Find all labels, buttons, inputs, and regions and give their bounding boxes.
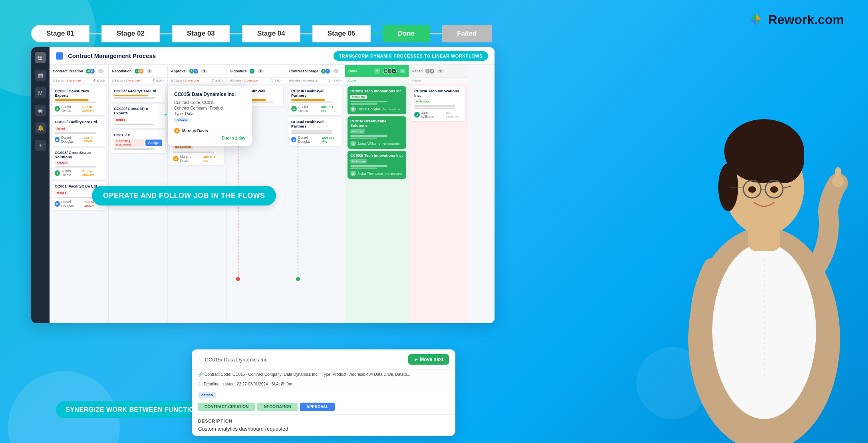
connector-5 (371, 33, 383, 34)
stage-01[interactable]: Stage 01 (31, 25, 89, 42)
card-title-cc022: CC022/ FacilityCare Ltd. (55, 120, 103, 124)
card-cc020[interactable]: CC020/ ConsultPro Experts refuse (111, 104, 165, 128)
card-person-cc029: J Jamal Williams No deadline (414, 111, 463, 119)
col-failed: Failed J M ▾ Failed CC029/ Tech Innovati… (409, 65, 468, 323)
card-bar-24 (350, 165, 387, 167)
card-cc021[interactable]: CC021/ Tech Innovations Inc. tech-corp D… (348, 86, 406, 114)
card-bar-23 (350, 138, 377, 139)
card-cc030[interactable]: CC030/ ConsultPro Experts A Austin Ovidi… (52, 86, 106, 115)
col-header-approval: Approval A D ▾ (168, 65, 226, 78)
col-title-storage: Contract Storage (289, 69, 318, 73)
tag-techcorp-cc029: tech-corp (414, 99, 431, 104)
card-bar-18 (291, 130, 332, 132)
person-name-cc029: Jamal Williams (421, 111, 443, 119)
detail-tag: dataco (198, 392, 216, 398)
sidebar-icon-bell[interactable]: 🔔 (35, 122, 46, 134)
assign-button[interactable]: Assign (145, 140, 162, 146)
card-cc008[interactable]: CC008/ GreenScape Solutions ecocorp A Au… (52, 148, 106, 180)
sidebar-icon-grid[interactable]: ▦ (35, 70, 46, 81)
stage-03[interactable]: Stage 03 (172, 25, 230, 42)
board-title: Contract Management Process (68, 52, 156, 59)
tag-refuse-cc020: refuse (114, 118, 127, 122)
col-count-done: 1 (399, 69, 405, 73)
stage-04[interactable]: Stage 04 (242, 25, 300, 42)
tab-approval[interactable]: APPROVAL (300, 403, 335, 411)
tooltip-company: Contract Company: Product (174, 106, 245, 110)
card-cc036[interactable]: CC036/ HealthWell Partners D Daniel Doug… (288, 117, 342, 146)
tooltip-card: → CC015/ Data Dynamics Inc. Contract Cod… (168, 86, 252, 146)
svg-marker-2 (751, 20, 756, 26)
avatar-failed-2: M (429, 68, 435, 74)
col-body-failed: CC029/ Tech Innovations Inc. tech-corp J… (409, 84, 468, 323)
card-bar-20 (350, 101, 387, 102)
col-count-storage: 1 (333, 69, 339, 73)
card-title-cc008: CC008/ GreenScape Solutions (55, 150, 103, 159)
card-title-cc015-neg: CC015/ D... (114, 133, 162, 137)
sidebar-icon-m[interactable]: M (35, 87, 46, 98)
detail-meta: 🔗 Contract Code: CC015 · Contract Compan… (192, 370, 455, 379)
card-cc018[interactable]: CC018/ HealthWell Partners A Austin Ovid… (288, 86, 342, 115)
card-cc002[interactable]: CC002/ Tech Innovations Inc. tech-corp A… (348, 151, 406, 179)
sidebar-icon-plus[interactable]: + (35, 140, 46, 151)
stage-02[interactable]: Stage 02 (101, 25, 160, 42)
sidebar-icon-home[interactable]: ⊞ (35, 52, 46, 63)
tab-negotiation[interactable]: NEGOTIATION (257, 403, 298, 411)
svg-marker-0 (751, 14, 756, 20)
svg-rect-19 (835, 167, 841, 187)
detail-back-button[interactable]: ← CC015/ Data Dynamics Inc. (198, 357, 269, 363)
assign-area: ⚠ Pending assignment Assign (114, 139, 162, 147)
col-meta-signature: 6/6 jobs · 1 overdue ⏱ 8:00h (227, 78, 286, 84)
col-meta-approval: 6/6 jobs · 1 overdue ⏱ 8:00h (168, 78, 226, 84)
stage-done[interactable]: Done (383, 25, 430, 42)
col-meta-storage: 6/6 jobs · 0 overdue ⏱ 48:00h (286, 78, 345, 84)
avatar-neg-2: M (138, 68, 144, 74)
col-header-creation: Contract Creation A D 1 (50, 65, 108, 78)
card-bar-3 (55, 132, 96, 134)
avatar-done-3: A (391, 68, 397, 74)
tag-ecocorp-cc008: ecocorp (55, 161, 70, 165)
card-cc022[interactable]: CC022/ FacilityCare Ltd. failed D Daniel… (52, 117, 106, 146)
due-cc018: Due in 1 day (321, 105, 340, 112)
card-bar-13 (173, 152, 214, 153)
operate-banner: OPERATE AND FOLLOW JOB IN THE FLOWS (92, 186, 276, 206)
card-title-cc016: CC016/ GreenScape Solutions (350, 119, 403, 128)
svg-marker-3 (756, 20, 761, 26)
avatar-stor-2: D (325, 68, 330, 74)
tag-techcorp-cc021: tech-corp (350, 95, 367, 99)
col-avatars-storage: A D (321, 68, 330, 74)
synergize-banner-text: SYNERGIZE WORK BETWEEN FUNCTIONS (66, 406, 204, 413)
person-name-cc022: Daniel Douglas (61, 136, 81, 144)
svg-point-10 (718, 163, 738, 211)
card-person-cc002: A Aisha Thompson No deadline (350, 171, 403, 176)
sidebar-icon-circle[interactable]: ◉ (35, 105, 46, 116)
move-next-button[interactable]: ► Move next (408, 354, 449, 365)
col-header-storage: Contract Storage A D 1 (286, 65, 345, 78)
card-cc034[interactable]: CC034/ FacilityCare Ltd. (111, 86, 165, 102)
done-dropdown[interactable]: ▾ (374, 68, 380, 74)
stage-05[interactable]: Stage 05 (312, 25, 371, 42)
col-meta-creation: 3/3 jobs · 1 overdue ⏱ 8:00h (50, 78, 108, 84)
col-title-failed: Failed (412, 69, 423, 73)
col-title-signature: Signature (230, 69, 247, 73)
card-cc016[interactable]: CC016/ GreenScape Solutions ecocorp J Ja… (348, 116, 406, 149)
avatar-app-2: D (193, 68, 199, 74)
col-count-creation: 1 (98, 69, 104, 73)
due-cc036: Due in 1 day (322, 136, 340, 143)
avatar-sig-1: J (249, 68, 255, 74)
due-cc019: Due in 1 day (203, 155, 221, 162)
col-header-done: Done ▾ D J A 1 (345, 65, 409, 78)
col-count-approval: ▾ (201, 69, 207, 73)
card-person-cc008: A Austin Ovidio Due in 20h01m (55, 169, 103, 177)
card-cc029[interactable]: CC029/ Tech Innovations Inc. tech-corp J… (411, 86, 465, 121)
person-name-cc016: Jamal Williams (358, 142, 380, 146)
person-name-cc019: Marcus Davis (180, 155, 201, 163)
tab-contract-creation[interactable]: CONTRACT CREATION (198, 403, 255, 411)
deadline-cc016: No deadline (383, 142, 400, 146)
col-avatars-done: D J A (383, 68, 397, 74)
tooltip-title: CC015/ Data Dynamics Inc. (174, 92, 245, 97)
sidebar: ⊞ ▦ M ◉ 🔔 + (31, 47, 50, 323)
stage-failed[interactable]: Failed (442, 25, 492, 42)
card-cc015-neg[interactable]: CC015/ D... ⚠ Pending assignment Assign (111, 130, 165, 153)
col-title-approval: Approval (171, 69, 187, 73)
tag-refuse-cc001: refuse (55, 191, 68, 195)
